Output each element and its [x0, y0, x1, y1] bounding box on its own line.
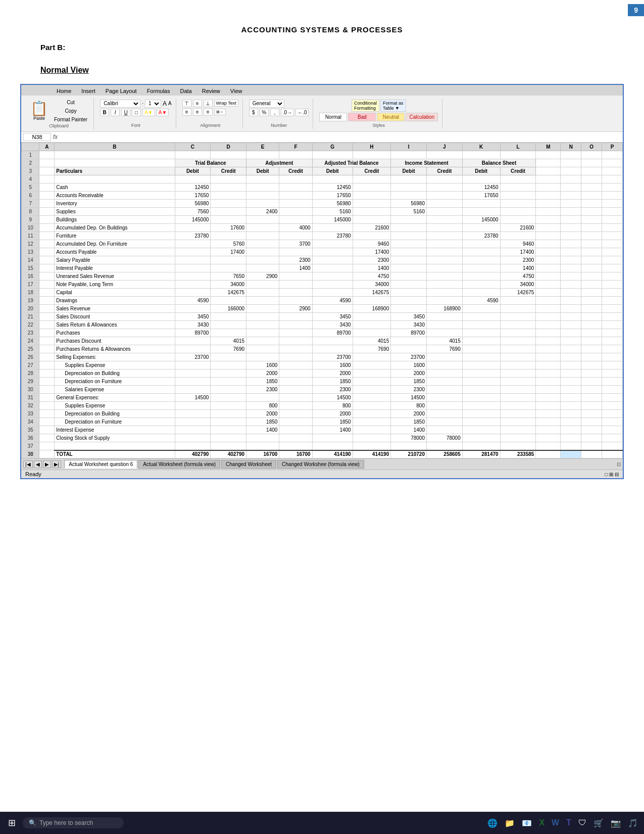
col-k-header[interactable]: K	[462, 143, 500, 151]
word-taskbar-icon[interactable]: W	[550, 817, 561, 828]
first-sheet-arrow[interactable]: |◀	[23, 460, 33, 468]
sheet-tab-3[interactable]: Changed Worksheet	[221, 460, 276, 469]
align-top-button[interactable]: ⊤	[182, 100, 191, 107]
page-layout-icon[interactable]: ⊞	[609, 472, 613, 477]
cut-button[interactable]: Cut	[52, 99, 89, 106]
cell-d1[interactable]	[211, 151, 246, 159]
col-i-header[interactable]: I	[391, 143, 427, 151]
align-center-button[interactable]: ≡	[193, 108, 202, 116]
col-d-header[interactable]: D	[211, 143, 246, 151]
tab-insert[interactable]: Insert	[76, 86, 101, 96]
align-right-button[interactable]: ≡	[204, 108, 213, 116]
cell-o1[interactable]	[581, 151, 602, 159]
col-e-header[interactable]: E	[246, 143, 279, 151]
paste-button[interactable]: 📋 Paste	[28, 101, 50, 122]
font-size-select[interactable]: 11	[145, 100, 161, 108]
format-painter-button[interactable]: Format Painter	[52, 116, 89, 123]
cell-p1[interactable]	[602, 151, 623, 159]
comma-button[interactable]: ,	[270, 109, 279, 116]
underline-button[interactable]: U	[121, 109, 130, 116]
decrease-decimal-button[interactable]: ←.0	[295, 109, 309, 116]
currency-button[interactable]: $	[249, 109, 258, 116]
formula-input[interactable]	[60, 134, 621, 140]
col-n-header[interactable]: N	[561, 143, 581, 151]
decrease-font-icon[interactable]: A	[168, 101, 172, 106]
last-sheet-arrow[interactable]: ▶|	[52, 460, 62, 468]
calculation-style[interactable]: Calculation	[406, 113, 437, 121]
col-l-header[interactable]: L	[500, 143, 536, 151]
cell-m1[interactable]	[536, 151, 561, 159]
cell-g1[interactable]	[312, 151, 353, 159]
align-bottom-button[interactable]: ⊥	[204, 100, 213, 107]
tab-view[interactable]: View	[225, 86, 247, 96]
edge-icon[interactable]: 🌐	[485, 817, 500, 829]
col-m-header[interactable]: M	[536, 143, 561, 151]
col-a-header[interactable]: A	[39, 143, 55, 151]
normal-view-icon[interactable]: □	[605, 472, 608, 477]
sheet-tab-2[interactable]: Actual Worksheet (formula view)	[138, 460, 220, 469]
cell-h1[interactable]	[353, 151, 391, 159]
cell-e1[interactable]	[246, 151, 279, 159]
store-icon[interactable]: 🛒	[591, 817, 606, 829]
page-break-icon[interactable]: ⊟	[615, 472, 619, 477]
col-h-header[interactable]: H	[353, 143, 391, 151]
fill-color-button[interactable]: A▼	[142, 109, 155, 116]
cell-i1[interactable]	[391, 151, 427, 159]
particulars-header: Particulars	[55, 167, 175, 175]
cell-c1[interactable]	[175, 151, 211, 159]
excel-taskbar-icon[interactable]: X	[537, 817, 547, 828]
neutral-style[interactable]: Neutral	[377, 113, 405, 121]
col-o-header[interactable]: O	[581, 143, 602, 151]
prev-sheet-arrow[interactable]: ◀	[34, 460, 42, 468]
conditional-formatting-btn[interactable]: ConditionalFormatting	[352, 100, 379, 112]
align-middle-button[interactable]: ≡	[193, 100, 202, 107]
mail-icon[interactable]: 📧	[520, 817, 534, 829]
teams-icon[interactable]: T	[564, 817, 573, 828]
col-j-header[interactable]: J	[426, 143, 462, 151]
wrap-text-button[interactable]: Wrap Text	[214, 100, 238, 107]
col-b-header[interactable]: B	[55, 143, 175, 151]
sheet-tab-1[interactable]: Actual Worksheet question 6	[64, 460, 137, 469]
bold-button[interactable]: B	[100, 109, 109, 116]
font-name-select[interactable]: Calibri	[100, 100, 140, 108]
table-row: 31 General Expenses: 14500 14500 14500	[22, 394, 623, 402]
format-as-table-btn[interactable]: Format asTable ▼	[380, 100, 406, 112]
increase-font-icon[interactable]: A	[163, 100, 167, 107]
italic-button[interactable]: I	[111, 109, 120, 116]
cell-b1[interactable]	[55, 151, 175, 159]
tab-formulas[interactable]: Formulas	[142, 86, 175, 96]
tab-review[interactable]: Review	[197, 86, 225, 96]
cell-f1[interactable]	[279, 151, 312, 159]
file-explorer-icon[interactable]: 📁	[503, 817, 517, 829]
increase-decimal-button[interactable]: .0→	[281, 109, 294, 116]
bad-style[interactable]: Bad	[348, 113, 376, 121]
border-button[interactable]: □	[132, 109, 141, 116]
next-sheet-arrow[interactable]: ▶	[43, 460, 51, 468]
cell-j1[interactable]	[426, 151, 462, 159]
percent-button[interactable]: %	[260, 109, 269, 116]
merge-center-button[interactable]: ⊞↔	[214, 109, 226, 115]
cell-reference-box[interactable]: N38	[23, 133, 51, 141]
photos-icon[interactable]: 📷	[609, 817, 623, 829]
tab-page-layout[interactable]: Page Layout	[101, 86, 142, 96]
tab-data[interactable]: Data	[175, 86, 196, 96]
col-f-header[interactable]: F	[279, 143, 312, 151]
start-button[interactable]: ⊞	[4, 815, 20, 830]
cell-k1[interactable]	[462, 151, 500, 159]
music-icon[interactable]: 🎵	[626, 817, 640, 829]
security-icon[interactable]: 🛡	[576, 817, 588, 828]
align-left-button[interactable]: ≡	[182, 108, 191, 116]
copy-button[interactable]: Copy	[52, 107, 89, 115]
sheet-tab-4[interactable]: Changed Workshee (formula view)	[277, 460, 364, 469]
taskbar-search-box[interactable]: 🔍 Type here to search	[23, 817, 124, 828]
normal-style[interactable]: Normal	[319, 113, 347, 121]
font-color-button[interactable]: A▼	[157, 109, 169, 116]
cell-n1[interactable]	[561, 151, 581, 159]
col-p-header[interactable]: P	[602, 143, 623, 151]
col-g-header[interactable]: G	[312, 143, 353, 151]
number-format-select[interactable]: General	[249, 100, 284, 108]
cell-l1[interactable]	[500, 151, 536, 159]
cell-a1[interactable]	[39, 151, 55, 159]
col-c-header[interactable]: C	[175, 143, 211, 151]
tab-home[interactable]: Home	[52, 86, 76, 96]
